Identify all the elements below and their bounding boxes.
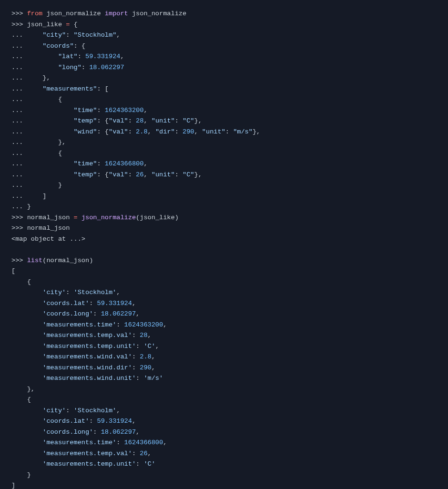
code-line: ... "city": "Stockholm", bbox=[11, 31, 120, 39]
code-line: >>> from json_normalize import json_norm… bbox=[11, 10, 186, 17]
code-line: 'coords.long': 18.062297, bbox=[11, 310, 140, 317]
code-line: >>> list(normal_json) bbox=[11, 257, 93, 264]
code-line: ... "temp": {"val": 26, "unit": "C"}, bbox=[11, 171, 202, 178]
code-line: { bbox=[11, 396, 31, 403]
code-line: ... { bbox=[11, 150, 62, 157]
code-line: 'measurements.time': 1624366800, bbox=[11, 439, 167, 446]
code-block: >>> from json_normalize import json_norm… bbox=[0, 0, 448, 489]
code-line: 'measurements.temp.unit': 'C' bbox=[11, 460, 155, 468]
code-line: ... } bbox=[11, 182, 62, 189]
code-line: ... "measurements": [ bbox=[11, 85, 109, 92]
code-line: ... "long": 18.062297 bbox=[11, 64, 124, 71]
code-line: ... }, bbox=[11, 139, 66, 146]
code-line: 'city': 'Stockholm', bbox=[11, 289, 120, 296]
code-line: ... }, bbox=[11, 74, 51, 82]
code-line: ... } bbox=[11, 203, 31, 210]
code-line: ... "temp": {"val": 28, "unit": "C"}, bbox=[11, 117, 202, 124]
code-line: 'city': 'Stockholm', bbox=[11, 407, 120, 414]
code-line: <map object at ...> bbox=[11, 235, 85, 243]
code-line: }, bbox=[11, 386, 35, 393]
code-line: [ bbox=[11, 267, 15, 275]
code-line: 'measurements.wind.val': 2.8, bbox=[11, 353, 155, 360]
code-line: 'measurements.wind.unit': 'm/s' bbox=[11, 375, 163, 382]
code-line: 'measurements.time': 1624363200, bbox=[11, 321, 167, 328]
code-line: ... { bbox=[11, 96, 62, 103]
code-line: } bbox=[11, 471, 31, 479]
code-line: ] bbox=[11, 482, 15, 489]
code-line: >>> normal_json = json_normalize(json_li… bbox=[11, 214, 179, 221]
code-line: >>> json_like = { bbox=[11, 21, 78, 28]
code-line: ... "lat": 59.331924, bbox=[11, 53, 124, 60]
code-line: ... "wind": {"val": 2.8, "dir": 290, "un… bbox=[11, 128, 260, 135]
code-line: 'coords.lat': 59.331924, bbox=[11, 418, 136, 425]
code-line: ... "time": 1624363200, bbox=[11, 107, 148, 114]
code-line: 'measurements.temp.unit': 'C', bbox=[11, 343, 159, 350]
code-line: 'measurements.temp.val': 28, bbox=[11, 332, 152, 339]
code-line: ... ] bbox=[11, 193, 46, 200]
code-line: 'coords.long': 18.062297, bbox=[11, 428, 140, 436]
code-line: ... "coords": { bbox=[11, 42, 85, 50]
code-line: 'measurements.wind.dir': 290, bbox=[11, 364, 155, 371]
code-line: ... "time": 1624366800, bbox=[11, 160, 148, 167]
code-line: 'measurements.temp.val': 26, bbox=[11, 450, 152, 457]
code-line: { bbox=[11, 278, 31, 285]
code-line: 'coords.lat': 59.331924, bbox=[11, 300, 136, 307]
code-line: >>> normal_json bbox=[11, 224, 70, 232]
